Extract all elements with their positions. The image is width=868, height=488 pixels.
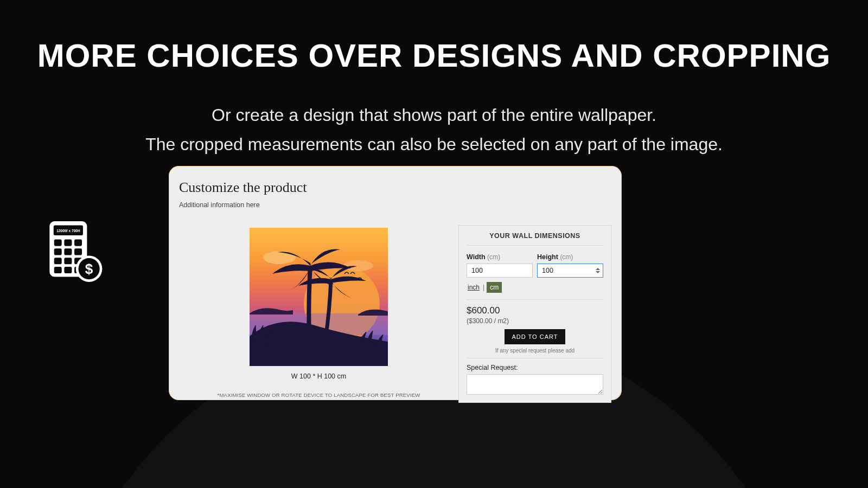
svg-text:$: $ — [85, 261, 93, 277]
preview-dimensions-caption: W 100 * H 100 cm — [291, 373, 346, 380]
unit-inch-link[interactable]: inch — [467, 282, 481, 292]
svg-rect-7 — [64, 248, 72, 255]
unit-cm-button[interactable]: cm — [487, 282, 502, 293]
product-customize-card: Customize the product Additional informa… — [169, 166, 622, 400]
svg-text:1200W x 700H: 1200W x 700H — [56, 229, 80, 233]
svg-rect-3 — [54, 240, 62, 246]
svg-rect-10 — [64, 258, 72, 264]
svg-point-20 — [343, 260, 373, 271]
special-request-textarea[interactable] — [467, 374, 603, 395]
unit-separator: | — [483, 284, 484, 291]
page-headline: MORE CHOICES OVER DESIGNS AND CROPPING — [0, 0, 868, 74]
preview-note: *MAXIMISE WINDOW OR ROTATE DEVICE TO LAN… — [218, 392, 420, 398]
add-to-cart-note: If any special request please add — [467, 348, 603, 354]
svg-rect-6 — [54, 248, 62, 255]
height-stepper[interactable] — [596, 266, 601, 275]
preview-column: W 100 * H 100 cm *MAXIMISE WINDOW OR ROT… — [179, 211, 458, 403]
width-label: Width (cm) — [467, 253, 533, 261]
card-title: Customize the product — [179, 179, 611, 196]
wallpaper-preview-image[interactable] — [250, 228, 388, 366]
svg-rect-12 — [54, 267, 62, 273]
price-per-unit: ($300.00 / m2) — [467, 317, 603, 325]
svg-rect-4 — [64, 240, 72, 246]
height-input[interactable] — [537, 264, 603, 278]
special-request-label: Special Request: — [467, 364, 603, 371]
panel-header: YOUR WALL DIMENSIONS — [459, 226, 611, 245]
svg-rect-5 — [74, 240, 82, 246]
svg-rect-8 — [74, 248, 82, 255]
subtext-line-2: The cropped measurements can also be sel… — [0, 130, 868, 159]
page-subtext: Or create a design that shows part of th… — [0, 100, 868, 159]
dimensions-panel: YOUR WALL DIMENSIONS Width (cm) Height (… — [458, 225, 611, 403]
price-total: $600.00 — [467, 305, 603, 316]
card-subtitle: Additional information here — [179, 201, 611, 209]
calculator-dollar-icon: 1200W x 700H $ — [44, 218, 105, 284]
add-to-cart-button[interactable]: ADD TO CART — [505, 329, 566, 344]
height-label: Height (cm) — [537, 253, 603, 261]
width-input[interactable] — [467, 264, 533, 278]
svg-rect-9 — [54, 258, 62, 264]
svg-rect-13 — [64, 267, 72, 273]
subtext-line-1: Or create a design that shows part of th… — [0, 100, 868, 130]
